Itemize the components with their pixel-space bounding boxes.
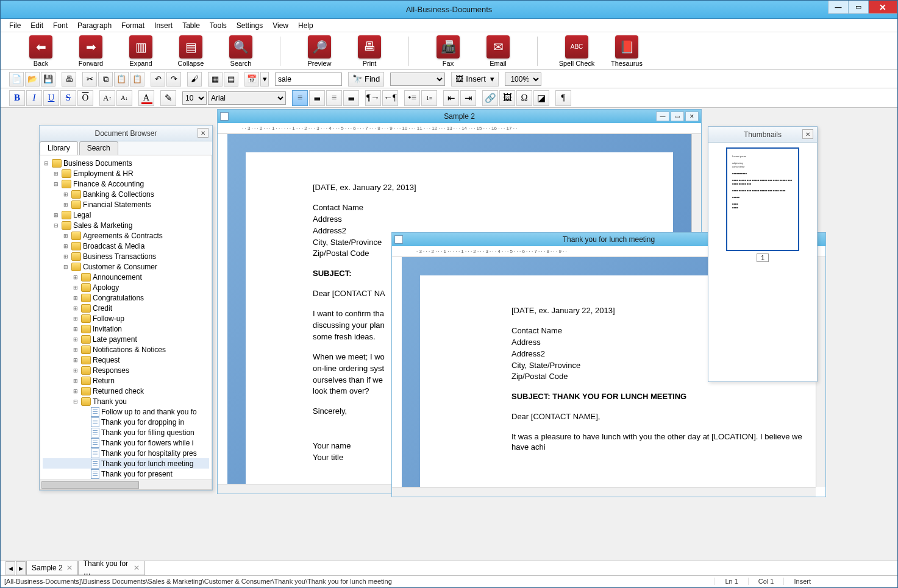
window-minimize-button[interactable] bbox=[828, 1, 849, 14]
tree-node[interactable]: ⊟Finance & Accounting bbox=[43, 179, 209, 189]
insert-split-button[interactable]: 🖼Insert ▾ bbox=[451, 72, 499, 87]
align-justify-button[interactable]: ≣ bbox=[343, 90, 359, 106]
menu-view[interactable]: View bbox=[268, 20, 293, 31]
thesaurus-button[interactable]: 📕Thesaurus bbox=[611, 35, 643, 67]
underline-button[interactable]: U bbox=[43, 90, 59, 106]
tab-scroll-right[interactable]: ▶ bbox=[16, 561, 26, 575]
find-button[interactable]: 🔭Find bbox=[348, 72, 384, 87]
tree-node[interactable]: ⊞Announcement bbox=[43, 272, 209, 282]
tree-node[interactable]: ⊞Legal bbox=[43, 210, 209, 220]
bullets-button[interactable]: •≡ bbox=[404, 90, 420, 106]
window-maximize-button[interactable] bbox=[848, 1, 869, 14]
font-color-button[interactable]: A bbox=[138, 90, 154, 106]
spell-check-button[interactable]: ABCSpell Check bbox=[561, 35, 593, 67]
font-size-combo[interactable]: 10 bbox=[182, 91, 207, 105]
save-button[interactable]: 💾 bbox=[41, 72, 55, 87]
paste-special-button[interactable]: 📋 bbox=[130, 72, 144, 87]
indent-button[interactable]: ⇥ bbox=[460, 90, 476, 106]
template-tree[interactable]: ⊟Business Documents ⊞Employment & HR ⊟Fi… bbox=[40, 155, 212, 480]
menu-table[interactable]: Table bbox=[177, 20, 205, 31]
tree-node[interactable]: ⊞Employment & HR bbox=[43, 168, 209, 179]
tree-node[interactable]: ⊟Business Documents bbox=[43, 158, 209, 168]
doc-maximize-button[interactable]: ▭ bbox=[671, 112, 684, 121]
open-button[interactable]: 📂 bbox=[25, 72, 40, 87]
preview-button[interactable]: 🔎Preview bbox=[304, 35, 335, 67]
tree-node[interactable]: ⊟Thank you bbox=[43, 396, 209, 406]
insert-table-button[interactable]: ▦ bbox=[208, 72, 223, 87]
print-small-button[interactable]: 🖶 bbox=[62, 72, 76, 87]
tree-leaf-selected[interactable]: Thank you for lunch meeting bbox=[43, 458, 209, 469]
show-paragraph-button[interactable]: ¶ bbox=[555, 90, 571, 106]
tree-node[interactable]: ⊞Return bbox=[43, 375, 209, 386]
italic-button[interactable]: I bbox=[26, 90, 42, 106]
numbering-button[interactable]: 1≡ bbox=[421, 90, 437, 106]
insert-image-button[interactable]: 🖼 bbox=[499, 90, 515, 106]
tree-node[interactable]: ⊞Credit bbox=[43, 303, 209, 313]
menu-edit[interactable]: Edit bbox=[26, 20, 48, 31]
tree-node[interactable]: ⊞Invitation bbox=[43, 324, 209, 334]
panel-close-button[interactable]: ✕ bbox=[198, 128, 208, 138]
document-tab[interactable]: Thank you for …✕ bbox=[78, 561, 145, 575]
redo-button[interactable]: ↷ bbox=[166, 72, 181, 87]
align-left-button[interactable]: ≡ bbox=[292, 90, 308, 106]
menu-file[interactable]: File bbox=[4, 20, 26, 31]
bold-button[interactable]: B bbox=[9, 90, 25, 106]
tree-node[interactable]: ⊞Banking & Collections bbox=[43, 189, 209, 199]
search-input[interactable] bbox=[275, 73, 342, 86]
font-shrink-button[interactable]: A↓ bbox=[116, 90, 132, 106]
tree-leaf[interactable]: Thank you for filling question bbox=[43, 427, 209, 437]
copy-button[interactable]: ⧉ bbox=[98, 72, 113, 87]
expand-button[interactable]: ▥Expand bbox=[125, 35, 157, 67]
tree-leaf[interactable]: Thank you for dropping in bbox=[43, 417, 209, 427]
document-title-bar[interactable]: Sample 2 — ▭ ✕ bbox=[218, 110, 701, 123]
forward-button[interactable]: ➡Forward bbox=[75, 35, 107, 67]
tab-close-icon[interactable]: ✕ bbox=[134, 564, 140, 572]
ltr-button[interactable]: ¶→ bbox=[365, 90, 381, 106]
menu-font[interactable]: Font bbox=[48, 20, 73, 31]
tree-leaf[interactable]: Thank you for present bbox=[43, 469, 209, 479]
tab-library[interactable]: Library bbox=[40, 141, 78, 155]
menu-settings[interactable]: Settings bbox=[232, 20, 268, 31]
tree-node[interactable]: ⊞Responses bbox=[43, 365, 209, 375]
paste-button[interactable]: 📋 bbox=[114, 72, 129, 87]
align-center-button[interactable]: ≣ bbox=[309, 90, 325, 106]
tree-node[interactable]: ⊟Customer & Consumer bbox=[43, 261, 209, 272]
zoom-combo[interactable]: 100% bbox=[505, 73, 541, 86]
tree-node[interactable]: ⊟Sales & Marketing bbox=[43, 220, 209, 230]
font-name-combo[interactable]: Arial bbox=[208, 91, 286, 105]
fax-button[interactable]: 📠Fax bbox=[432, 35, 464, 67]
window-close-button[interactable] bbox=[868, 1, 897, 14]
date-picker-button[interactable]: 📅 bbox=[244, 72, 259, 87]
overline-button[interactable]: O bbox=[77, 90, 93, 106]
tree-horizontal-scrollbar[interactable] bbox=[40, 480, 212, 490]
tree-leaf[interactable]: Thank you for flowers while i bbox=[43, 437, 209, 448]
horizontal-scrollbar[interactable] bbox=[392, 487, 816, 497]
thumbnail-page-number[interactable]: 1 bbox=[757, 253, 769, 262]
search-button[interactable]: 🔍Search bbox=[225, 35, 257, 67]
tree-node[interactable]: ⊞Apology bbox=[43, 282, 209, 292]
format-painter-button[interactable]: 🖌 bbox=[187, 72, 202, 87]
table-rows-button[interactable]: ▤ bbox=[224, 72, 238, 87]
tab-close-icon[interactable]: ✕ bbox=[66, 564, 73, 572]
menu-format[interactable]: Format bbox=[116, 20, 149, 31]
template-combo[interactable] bbox=[390, 73, 445, 86]
tree-node[interactable]: ⊞Broadcast & Media bbox=[43, 241, 209, 251]
menu-help[interactable]: Help bbox=[293, 20, 318, 31]
date-dropdown-button[interactable]: ▾ bbox=[260, 72, 269, 87]
tree-node[interactable]: ⊞Notifications & Notices bbox=[43, 344, 209, 355]
tree-node[interactable]: ⊞Late payment bbox=[43, 334, 209, 344]
font-grow-button[interactable]: A↑ bbox=[99, 90, 115, 106]
hyperlink-button[interactable]: 🔗 bbox=[482, 90, 498, 106]
tree-node[interactable]: ⊞Follow-up bbox=[43, 313, 209, 324]
tree-node[interactable]: ⊞Business Transactions bbox=[43, 251, 209, 261]
thumbnails-panel[interactable]: Thumbnails ✕ Lorem ipsumadipiscingconsec… bbox=[708, 126, 818, 382]
tab-scroll-left[interactable]: ◀ bbox=[5, 561, 15, 575]
collapse-button[interactable]: ▤Collapse bbox=[175, 35, 207, 67]
tree-leaf[interactable]: Thank you for hospitality pres bbox=[43, 448, 209, 458]
panel-close-button[interactable]: ✕ bbox=[802, 129, 813, 139]
menu-insert[interactable]: Insert bbox=[149, 20, 177, 31]
new-button[interactable]: 📄 bbox=[9, 72, 24, 87]
panel-title-bar[interactable]: Thumbnails ✕ bbox=[708, 127, 817, 143]
back-button[interactable]: ⬅Back bbox=[25, 35, 57, 67]
strikeout-button[interactable]: S bbox=[60, 90, 76, 106]
